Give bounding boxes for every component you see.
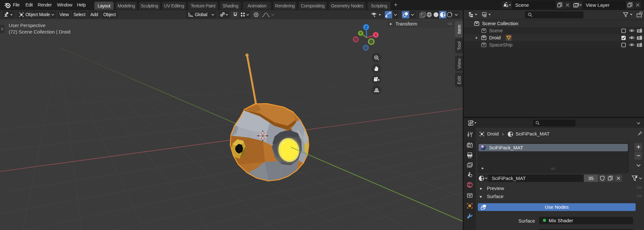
svg-text:Y: Y	[360, 32, 362, 35]
svg-text:Z: Z	[365, 25, 367, 29]
svg-text:X: X	[375, 33, 377, 37]
